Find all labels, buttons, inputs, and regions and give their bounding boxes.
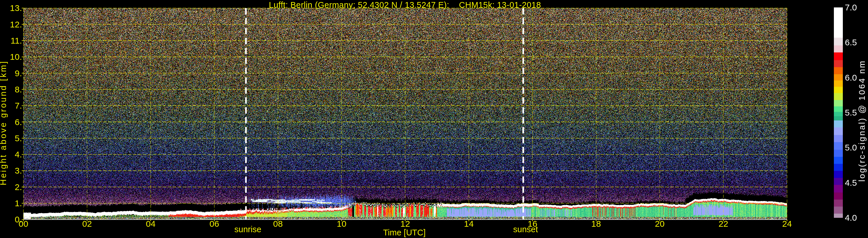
svg-text:08: 08 <box>273 219 283 229</box>
svg-text:13.: 13. <box>10 3 22 13</box>
svg-text:18: 18 <box>591 219 601 229</box>
svg-text:7.0: 7.0 <box>845 3 857 12</box>
svg-text:04: 04 <box>146 219 155 229</box>
svg-text:7.: 7. <box>15 101 22 110</box>
svg-text:4.0: 4.0 <box>845 213 857 223</box>
svg-text:02: 02 <box>82 219 92 229</box>
svg-text:4.5: 4.5 <box>845 178 857 188</box>
svg-text:5.5: 5.5 <box>845 108 857 117</box>
svg-text:5.0: 5.0 <box>845 143 857 152</box>
svg-text:10: 10 <box>337 219 346 229</box>
svg-text:11.: 11. <box>11 36 22 45</box>
svg-text:3.: 3. <box>15 166 22 175</box>
svg-text:14: 14 <box>464 219 473 229</box>
svg-text:8.: 8. <box>15 84 22 94</box>
svg-text:10.: 10. <box>10 52 22 62</box>
svg-text:9.: 9. <box>15 68 22 78</box>
svg-text:0.: 0. <box>15 215 22 224</box>
svg-text:4.: 4. <box>15 149 22 159</box>
svg-text:24: 24 <box>782 219 792 229</box>
svg-text:20: 20 <box>655 219 664 229</box>
svg-text:6.5: 6.5 <box>845 38 857 47</box>
svg-text:5.: 5. <box>15 133 22 143</box>
svg-text:2.: 2. <box>15 182 22 192</box>
svg-text:12: 12 <box>400 219 410 229</box>
svg-text:1.: 1. <box>15 198 22 208</box>
svg-text:06: 06 <box>209 219 219 229</box>
svg-text:6.0: 6.0 <box>845 73 857 82</box>
svg-text:22: 22 <box>718 219 728 229</box>
svg-text:12.: 12. <box>10 20 22 29</box>
svg-text:6.: 6. <box>15 117 22 127</box>
